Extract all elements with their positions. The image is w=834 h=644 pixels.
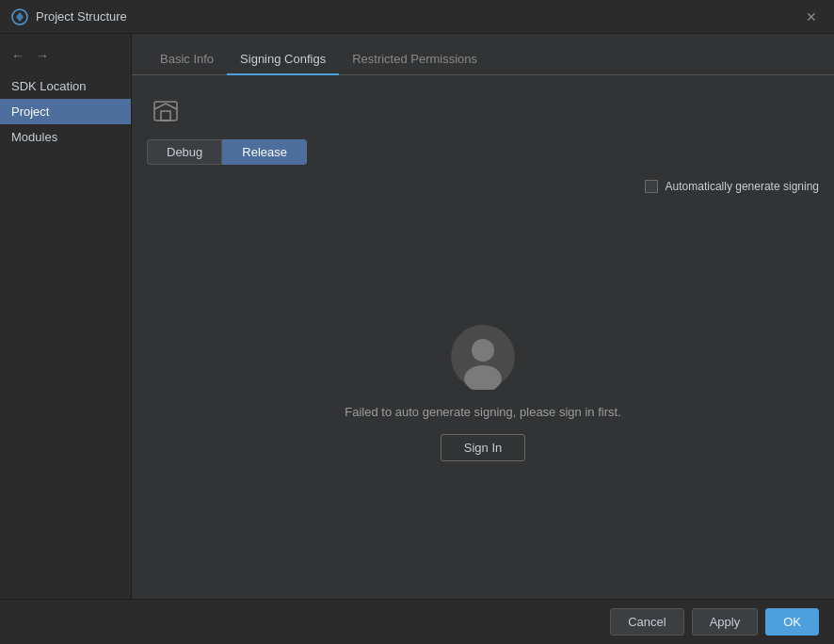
tab-signing-configs[interactable]: Signing Configs	[227, 44, 339, 75]
avatar-icon	[450, 324, 516, 390]
sidebar: ← → SDK Location Project Modules	[0, 34, 132, 599]
sign-in-button[interactable]: Sign In	[441, 434, 525, 461]
app-logo	[11, 8, 28, 25]
bottom-bar: Cancel Apply OK	[0, 599, 834, 644]
sub-tabs: Debug Release	[147, 139, 819, 165]
forward-button[interactable]: →	[32, 45, 53, 66]
sub-tab-release[interactable]: Release	[222, 139, 307, 165]
tabs-bar: Basic Info Signing Configs Restricted Pe…	[132, 34, 834, 75]
tab-restricted-permissions[interactable]: Restricted Permissions	[339, 44, 490, 75]
sidebar-item-modules[interactable]: Modules	[0, 124, 131, 150]
main-layout: ← → SDK Location Project Modules Basic I…	[0, 34, 834, 599]
svg-rect-2	[161, 111, 170, 121]
sidebar-item-sdk-location[interactable]: SDK Location	[0, 73, 131, 99]
center-content: Failed to auto generate signing, please …	[147, 201, 819, 584]
back-button[interactable]: ←	[8, 45, 28, 66]
svg-point-4	[472, 339, 494, 362]
title-bar: Project Structure ✕	[0, 0, 834, 34]
content-area: Basic Info Signing Configs Restricted Pe…	[132, 34, 834, 599]
window-title: Project Structure	[36, 9, 800, 24]
auto-generate-label: Automatically generate signing	[666, 180, 819, 193]
apply-button[interactable]: Apply	[692, 608, 759, 636]
tab-basic-info[interactable]: Basic Info	[147, 44, 227, 75]
ok-button[interactable]: OK	[765, 608, 819, 636]
module-icon	[147, 90, 184, 128]
content-body: Debug Release Automatically generate sig…	[132, 75, 834, 599]
sub-tab-debug[interactable]: Debug	[147, 139, 222, 165]
auto-generate-checkbox[interactable]	[645, 180, 658, 193]
auto-generate-row: Automatically generate signing	[147, 180, 819, 193]
close-button[interactable]: ✕	[800, 6, 823, 28]
sidebar-item-project[interactable]: Project	[0, 99, 131, 124]
nav-controls: ← →	[0, 41, 131, 73]
error-message: Failed to auto generate signing, please …	[345, 405, 620, 419]
cancel-button[interactable]: Cancel	[610, 608, 683, 636]
